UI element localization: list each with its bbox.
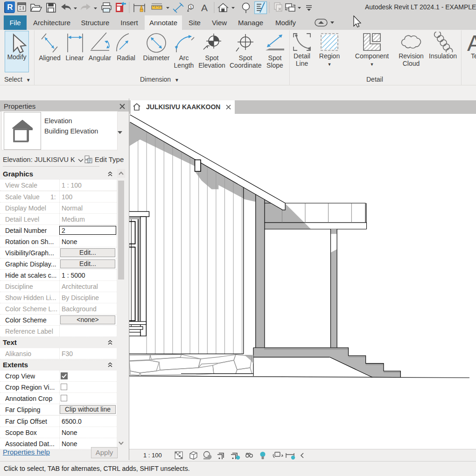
svg-text:A: A	[467, 32, 476, 52]
svg-text:1 : 100: 1 : 100	[143, 452, 162, 459]
svg-text:Autodesk Revit LT 2024.1 - EXA: Autodesk Revit LT 2024.1 - EXAMPLE HOUSE	[365, 3, 476, 11]
svg-text:A: A	[201, 2, 208, 13]
svg-text:1: 1	[189, 5, 192, 9]
svg-text:R: R	[7, 3, 13, 12]
